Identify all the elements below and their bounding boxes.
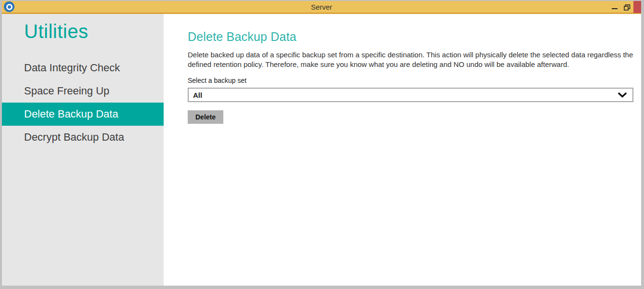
sidebar: Utilities Data Integrity Check Space Fre… [2, 14, 164, 286]
sidebar-item-decrypt-backup-data[interactable]: Decrypt Backup Data [2, 126, 164, 149]
restore-icon [624, 4, 631, 11]
chevron-down-icon [618, 92, 627, 98]
sidebar-title: Utilities [2, 14, 164, 43]
desktop-background: { "window": { "title": "Server" }, "side… [0, 0, 644, 289]
close-button[interactable] [633, 1, 641, 13]
sidebar-item-data-integrity-check[interactable]: Data Integrity Check [2, 56, 164, 79]
backup-set-select[interactable]: All [188, 88, 633, 102]
backup-set-label: Select a backup set [188, 77, 633, 84]
window-title: Server [2, 1, 641, 13]
description-text: Delete backed up data of a specific back… [188, 50, 633, 69]
delete-button[interactable]: Delete [188, 110, 223, 124]
sidebar-nav: Data Integrity Check Space Freeing Up De… [2, 56, 164, 149]
minimize-button[interactable] [608, 1, 621, 14]
restore-button[interactable] [621, 1, 633, 14]
app-window: Server Utilities Data Integrity Check Sp… [2, 1, 641, 286]
page-title: Delete Backup Data [188, 30, 633, 44]
minimize-icon [612, 8, 618, 9]
app-body: Utilities Data Integrity Check Space Fre… [2, 14, 641, 286]
sidebar-item-delete-backup-data[interactable]: Delete Backup Data [2, 103, 164, 126]
backup-set-selected-value: All [193, 91, 618, 99]
window-controls [608, 1, 641, 14]
sidebar-item-space-freeing-up[interactable]: Space Freeing Up [2, 79, 164, 103]
main-content: Delete Backup Data Delete backed up data… [164, 14, 641, 286]
titlebar[interactable]: Server [2, 1, 641, 14]
